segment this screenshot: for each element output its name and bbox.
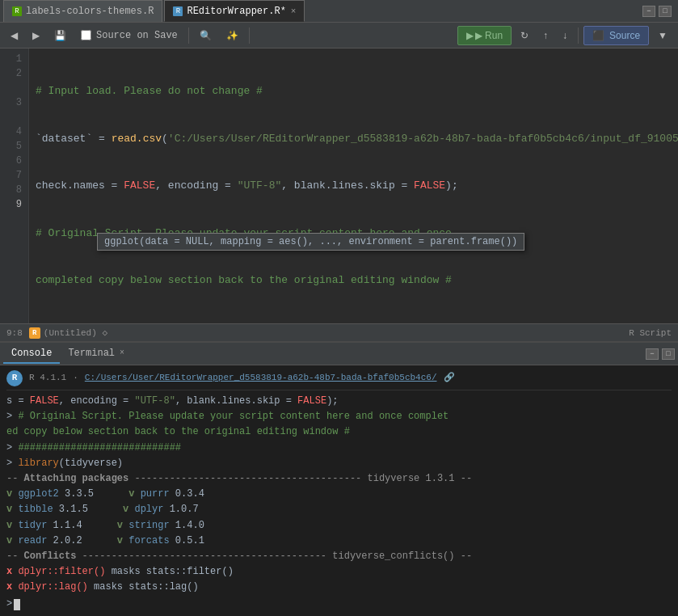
link-icon: 🔗	[444, 371, 455, 386]
tab-reditor-wrapper[interactable]: R REditorWrapper.R* ×	[164, 0, 305, 22]
r-file-icon: R	[12, 6, 22, 16]
code-container[interactable]: 1 2 3 4 5 6 7 8 9 # Input load. Please d…	[0, 49, 678, 323]
source-on-save-text: Source on Save	[96, 30, 178, 41]
rerun-icon: ↻	[520, 30, 529, 41]
down-icon: ↓	[562, 30, 567, 41]
console-tab-bar: Console Terminal × − □	[0, 343, 678, 365]
minimize-button[interactable]: −	[642, 6, 655, 17]
run-button[interactable]: ▶ ▶ Run	[457, 26, 512, 45]
console-section: Console Terminal × − □ R R 4.1.1 · C:/Us…	[0, 341, 678, 616]
code-line-4: ############################	[36, 320, 672, 324]
code-line-3b: completed copy below section back to the…	[36, 272, 672, 289]
console-header: R R 4.1.1 · C:/Users/User/REditorWrapper…	[6, 369, 672, 390]
console-line-pkg-4: v readr 2.0.2 v forcats 0.5.1	[6, 534, 672, 549]
maximize-button[interactable]: □	[659, 6, 672, 17]
tab-labels-colors[interactable]: R labels-colors-themes.R	[3, 0, 162, 22]
magic-button[interactable]: ✨	[221, 26, 244, 45]
toolbar-separator-2	[249, 27, 250, 44]
forward-icon: ▶	[32, 30, 40, 41]
console-line-1: s = FALSE, encoding = "UTF-8", blank.lin…	[6, 394, 672, 409]
console-line-pkg-2: v tibble 3.1.5 v dplyr 1.0.7	[6, 502, 672, 517]
code-line-2b: check.names = FALSE, encoding = "UTF-8",…	[36, 178, 672, 194]
source-label: Source	[609, 30, 640, 41]
status-bar: 9:8 R (Untitled) ◇ R Script	[0, 323, 678, 341]
code-line-1: # Input load. Please do not change #	[36, 83, 672, 99]
source-on-save-label[interactable]: Source on Save	[75, 26, 183, 45]
up-button[interactable]: ↑	[537, 26, 554, 45]
terminal-close-icon[interactable]: ×	[120, 348, 124, 357]
rerun-button[interactable]: ↻	[515, 26, 534, 45]
editor-toolbar: ◀ ▶ 💾 Source on Save 🔍 ✨ ▶ ▶ Run ↻ ↑ ↓ ⬛…	[0, 23, 678, 49]
autocomplete-text: ggplot(data = NULL, mapping = aes(), ...…	[104, 236, 517, 247]
run-icon: ▶	[466, 30, 474, 41]
source-icon: ⬛	[592, 30, 604, 41]
console-line-mask-1: x dplyr::filter() masks stats::filter()	[6, 564, 672, 580]
cursor-position: 9:8	[6, 328, 23, 338]
back-button[interactable]: ◀	[5, 26, 23, 45]
r-version: R 4.1.1	[29, 371, 66, 386]
tab-console[interactable]: Console	[3, 344, 60, 364]
terminal-tab-label: Terminal	[68, 348, 115, 359]
console-line-2: > # Original Script. Please update your …	[6, 409, 672, 424]
editor-window-controls: − □	[642, 6, 675, 17]
tab-close-button[interactable]: ×	[291, 6, 297, 16]
console-window-controls: − □	[646, 348, 675, 360]
run-label: ▶ Run	[475, 30, 503, 41]
status-left: 9:8 R (Untitled) ◇	[6, 327, 107, 339]
chevron-down-icon: ▼	[658, 30, 667, 41]
status-icon: R	[29, 327, 40, 339]
console-separator: ·	[73, 371, 78, 386]
up-icon: ↑	[543, 30, 548, 41]
source-on-save-checkbox[interactable]	[81, 30, 91, 40]
line-numbers: 1 2 3 4 5 6 7 8 9	[0, 49, 29, 323]
console-line-5: > library(tidyverse)	[6, 456, 672, 471]
toolbar-separator-3	[578, 27, 579, 44]
forward-button[interactable]: ▶	[27, 26, 45, 45]
tab-label: labels-colors-themes.R	[26, 6, 154, 17]
tab-terminal[interactable]: Terminal ×	[60, 344, 133, 364]
search-button[interactable]: 🔍	[194, 26, 217, 45]
console-line-3: ed copy below section back to the origin…	[6, 424, 672, 440]
status-file-label[interactable]: (Untitled) ◇	[44, 327, 107, 338]
console-line-pkg-3: v tidyr 1.1.4 v stringr 1.4.0	[6, 518, 672, 534]
console-line-mask-2: x dplyr::lag() masks stats::lag()	[6, 580, 672, 595]
code-line-2: `dataset` = read.csv('C:/Users/User/REdi…	[36, 131, 672, 147]
console-input-line: >	[6, 597, 672, 612]
console-line-conflicts: -- Conflicts ---------------------------…	[6, 549, 672, 564]
console-line-4: > ############################	[6, 441, 672, 456]
code-editor[interactable]: # Input load. Please do not change # `da…	[29, 49, 678, 323]
autocomplete-tooltip: ggplot(data = NULL, mapping = aes(), ...…	[97, 233, 524, 251]
source-dropdown-button[interactable]: ▼	[652, 26, 673, 45]
console-tab-label: Console	[11, 348, 52, 359]
console-maximize-button[interactable]: □	[662, 348, 675, 360]
down-button[interactable]: ↓	[557, 26, 573, 45]
source-button[interactable]: ⬛ Source	[583, 26, 649, 45]
console-output[interactable]: R R 4.1.1 · C:/Users/User/REditorWrapper…	[0, 365, 678, 616]
console-cursor	[14, 599, 20, 610]
language-label[interactable]: R Script	[629, 328, 672, 338]
r-logo: R	[6, 370, 23, 386]
console-line-pkg-1: v ggplot2 3.3.5 v purrr 0.3.4	[6, 487, 672, 502]
status-right: R Script	[629, 328, 672, 338]
console-line-6: -- Attaching packages ------------------…	[6, 471, 672, 487]
magic-icon: ✨	[226, 30, 238, 41]
back-icon: ◀	[11, 30, 18, 41]
search-icon: 🔍	[200, 30, 212, 41]
toolbar-separator-1	[188, 27, 189, 44]
editor-area: 1 2 3 4 5 6 7 8 9 # Input load. Please d…	[0, 49, 678, 341]
console-minimize-button[interactable]: −	[646, 348, 659, 360]
working-dir: C:/Users/User/REditorWrapper_d5583819-a6…	[85, 371, 437, 386]
save-button[interactable]: 💾	[48, 26, 72, 45]
editor-tab-bar: R labels-colors-themes.R R REditorWrappe…	[0, 0, 678, 23]
tab-label-active: REditorWrapper.R*	[187, 6, 285, 17]
r-file-icon-active: R	[173, 6, 183, 16]
save-icon: 💾	[54, 30, 66, 41]
